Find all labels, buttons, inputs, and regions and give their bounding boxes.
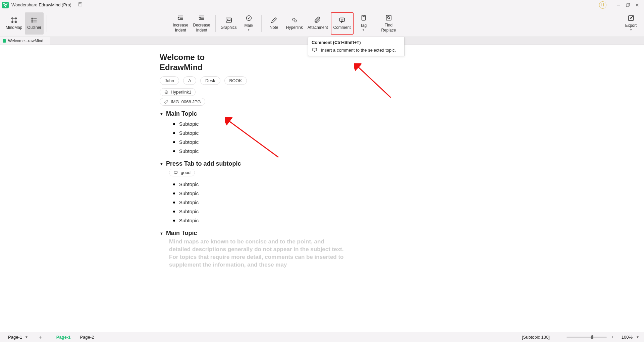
subtopic-item[interactable]: Subtopic [173, 189, 435, 198]
tag-pill[interactable]: BOOK [224, 76, 247, 85]
zoom-in-button[interactable]: + [609, 335, 615, 340]
outliner-label: Outliner [27, 25, 41, 30]
subtopic-item[interactable]: Subtopic [173, 198, 435, 207]
zoom-control: − + 100% ▼ [558, 335, 639, 340]
topic-heading[interactable]: ▼ Main Topic [160, 230, 435, 237]
subtopic-item[interactable]: Subtopic [173, 180, 435, 189]
chevron-down-icon: ▾ [248, 28, 250, 32]
increase-indent-label: Increase Indent [173, 23, 188, 33]
subtopic-item[interactable]: Subtopic [173, 119, 435, 128]
tooltip-title: Comment (Ctrl+Shift+T) [312, 40, 401, 45]
hyperlink-label: Hyperlink [286, 25, 303, 30]
hyperlink-chip[interactable]: Hyperlink1 [160, 88, 196, 96]
mark-button[interactable]: Mark ▾ [239, 12, 258, 35]
graphics-label: Graphics [221, 25, 237, 30]
note-label: Note [270, 25, 278, 30]
doc-icon [3, 39, 6, 43]
attachment-label: Attachment [308, 25, 328, 30]
find-replace-button[interactable]: Find Replace [379, 12, 398, 35]
svg-point-9 [32, 21, 33, 22]
attachment-chip[interactable]: IMG_0068.JPG [160, 98, 205, 106]
subtopic-item[interactable]: Subtopic [173, 128, 435, 137]
subtopic-item[interactable]: Subtopic [173, 147, 435, 156]
zoom-percent[interactable]: 100% [622, 335, 633, 340]
attachment-button[interactable]: Attachment [306, 12, 330, 35]
tag-pill[interactable]: John [160, 76, 179, 85]
graphics-button[interactable]: Graphics [219, 12, 239, 35]
tag-pill[interactable]: Desk [200, 76, 220, 85]
increase-indent-button[interactable]: Increase Indent [171, 12, 190, 35]
selection-status: [Subtopic 130] [522, 335, 550, 340]
minimize-button[interactable]: ─ [614, 0, 623, 10]
tag-button[interactable]: Tag ▾ [354, 12, 373, 35]
svg-point-5 [11, 21, 13, 23]
topic-description[interactable]: Mind maps are known to be concise and to… [169, 238, 347, 269]
svg-point-6 [15, 21, 16, 23]
mindmap-label: MindMap [6, 25, 22, 30]
decrease-indent-button[interactable]: Decrease Indent [191, 12, 212, 35]
export-button[interactable]: Export ▾ [622, 12, 640, 35]
content-area[interactable]: Welcome to EdrawMind John A Desk BOOK Hy… [0, 45, 644, 332]
topic-block: ▼ Main Topic Subtopic Subtopic Subtopic … [160, 110, 435, 156]
svg-rect-0 [78, 3, 82, 6]
caret-down-icon[interactable]: ▼ [160, 162, 163, 166]
page-selector[interactable]: Page-1 ▼ [5, 334, 32, 340]
caret-down-icon[interactable]: ▼ [160, 112, 163, 116]
comment-icon [312, 47, 318, 53]
zoom-out-button[interactable]: − [558, 335, 564, 340]
subtopic-item[interactable]: Subtopic [173, 137, 435, 147]
topic-block: ▼ Main Topic Mind maps are known to be c… [160, 230, 435, 269]
svg-point-7 [32, 18, 33, 19]
status-bar: Page-1 ▼ + Page-1 Page-2 [Subtopic 130] … [0, 332, 644, 342]
svg-rect-2 [626, 4, 629, 7]
comment-tooltip: Comment (Ctrl+Shift+T) Insert a comment … [308, 37, 405, 56]
document-tab-label: Welcome...rawMind [8, 39, 43, 43]
hyperlink-button[interactable]: Hyperlink [284, 12, 305, 35]
svg-point-4 [15, 18, 16, 19]
svg-rect-14 [362, 15, 365, 20]
user-avatar[interactable]: H [599, 1, 606, 9]
zoom-slider[interactable] [567, 337, 607, 338]
decrease-indent-label: Decrease Indent [193, 23, 210, 33]
tooltip-body: Insert a comment to the selected topic. [321, 48, 396, 53]
add-page-button[interactable]: + [36, 334, 44, 340]
titlebar: Wondershare EdrawMind (Pro) H ─ ✕ [0, 0, 644, 10]
topic-heading[interactable]: ▼ Main Topic [160, 110, 435, 117]
chevron-down-icon: ▼ [25, 335, 28, 339]
globe-icon [164, 90, 169, 95]
app-title: Wondershare EdrawMind (Pro) [11, 2, 71, 7]
svg-point-3 [11, 18, 13, 19]
subtopic-item[interactable]: Subtopic [173, 216, 435, 225]
comment-button[interactable]: Comment [331, 12, 354, 35]
outliner-button[interactable]: Outliner [25, 12, 44, 35]
svg-point-8 [32, 20, 33, 21]
app-icon [2, 2, 9, 8]
mindmap-button[interactable]: MindMap [4, 12, 24, 35]
subtopic-item[interactable]: Subtopic [173, 207, 435, 216]
tag-row: John A Desk BOOK [160, 76, 435, 85]
topic-heading[interactable]: ▼ Press Tab to add subtopic [160, 160, 435, 167]
page-tab[interactable]: Page-1 [56, 335, 71, 340]
chevron-down-icon: ▼ [636, 335, 639, 339]
comment-chip[interactable]: good [169, 169, 195, 176]
svg-rect-15 [386, 15, 391, 20]
note-button[interactable]: Note [265, 12, 283, 35]
comment-label: Comment [333, 25, 351, 30]
find-replace-label: Find Replace [381, 23, 396, 33]
chevron-down-icon: ▾ [363, 28, 364, 32]
chevron-down-icon: ▾ [630, 28, 632, 32]
document-tab[interactable]: Welcome...rawMind [0, 37, 50, 45]
attachment-icon [164, 100, 169, 104]
caret-down-icon[interactable]: ▼ [160, 231, 163, 235]
tag-pill[interactable]: A [183, 76, 196, 85]
page-tabs: Page-1 Page-2 [56, 335, 94, 340]
mark-label: Mark [244, 23, 253, 28]
topic-block: ▼ Press Tab to add subtopic good Subtopi… [160, 160, 435, 225]
maximize-button[interactable] [623, 0, 633, 10]
svg-rect-18 [313, 48, 317, 51]
svg-rect-1 [79, 3, 81, 4]
close-button[interactable]: ✕ [633, 0, 642, 10]
svg-rect-20 [174, 171, 177, 173]
save-indicator-icon[interactable] [77, 2, 83, 8]
page-tab[interactable]: Page-2 [80, 335, 94, 340]
